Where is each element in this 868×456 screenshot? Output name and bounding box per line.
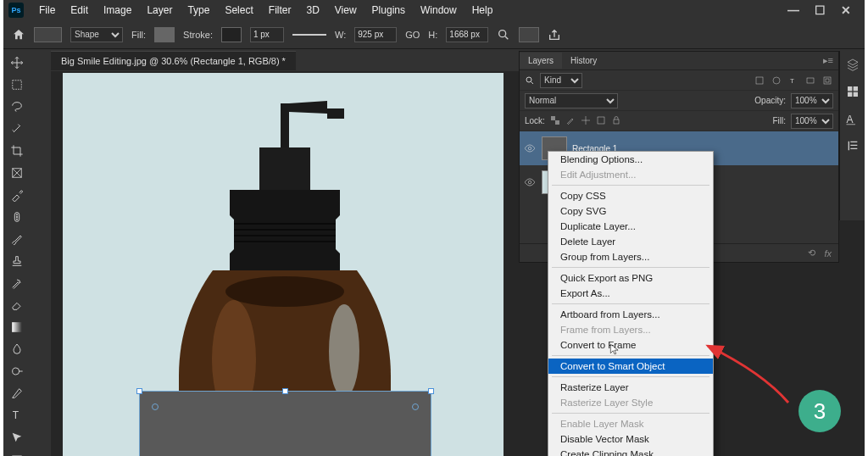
workspace-switch[interactable] xyxy=(519,27,539,42)
fill-select[interactable]: 100% xyxy=(791,114,833,129)
svg-line-30 xyxy=(531,81,534,84)
heal-tool[interactable] xyxy=(7,207,27,227)
ctx-disable-vector-mask[interactable]: Disable Vector Mask xyxy=(548,431,713,447)
canvas[interactable] xyxy=(63,73,504,456)
filter-smart-icon[interactable] xyxy=(821,75,833,86)
menu-image[interactable]: Image xyxy=(97,2,138,19)
path-tool[interactable] xyxy=(7,427,27,448)
menu-3d[interactable]: 3D xyxy=(299,2,326,19)
lasso-tool[interactable] xyxy=(7,97,27,117)
fx-icon[interactable]: fx xyxy=(824,248,832,259)
minimize-button[interactable]: — xyxy=(787,3,799,17)
ctx-delete-layer[interactable]: Delete Layer xyxy=(548,234,713,249)
visibility-icon[interactable] xyxy=(523,175,537,189)
paragraph-collapsed-icon[interactable] xyxy=(844,137,861,154)
ctx-convert-to-frame[interactable]: Convert to Frame xyxy=(548,337,713,353)
brush-tool[interactable] xyxy=(7,229,27,249)
transform-handle[interactable] xyxy=(282,388,288,394)
menu-window[interactable]: Window xyxy=(414,2,464,19)
ctx-create-clipping-mask[interactable]: Create Clipping Mask xyxy=(548,447,713,456)
ctx-export-as[interactable]: Export As... xyxy=(548,286,713,301)
ctx-convert-to-smart-object[interactable]: Convert to Smart Object xyxy=(548,359,713,374)
filter-adjust-icon[interactable] xyxy=(771,75,782,86)
tab-layers[interactable]: Layers xyxy=(520,53,562,69)
swatches-collapsed-icon[interactable] xyxy=(844,83,861,100)
search-icon[interactable] xyxy=(525,75,535,86)
svg-rect-21 xyxy=(259,147,310,190)
collapsed-panels: A xyxy=(839,51,865,220)
filter-shape-icon[interactable] xyxy=(804,75,816,86)
ctx-artboard-from-layers[interactable]: Artboard from Layers... xyxy=(548,307,713,322)
opacity-select[interactable]: 100% xyxy=(791,93,833,108)
dodge-tool[interactable] xyxy=(7,361,27,381)
search-icon[interactable] xyxy=(497,28,510,42)
tab-history[interactable]: History xyxy=(562,53,605,69)
visibility-icon[interactable] xyxy=(523,142,537,155)
ctx-copy-css[interactable]: Copy CSS xyxy=(548,188,713,203)
ctx-copy-svg[interactable]: Copy SVG xyxy=(548,203,713,219)
options-bar: Shape Fill: Stroke: W: GO H: xyxy=(3,20,865,49)
blend-mode-select[interactable]: Normal xyxy=(525,93,618,108)
menu-view[interactable]: View xyxy=(328,2,364,19)
transform-handle[interactable] xyxy=(136,388,142,394)
filter-type-icon[interactable]: T xyxy=(787,75,799,86)
share-icon[interactable] xyxy=(548,28,561,42)
blur-tool[interactable] xyxy=(7,339,27,359)
anchor-point[interactable] xyxy=(412,403,419,410)
menu-filter[interactable]: Filter xyxy=(262,2,298,19)
anchor-point[interactable] xyxy=(152,403,159,410)
menu-file[interactable]: File xyxy=(32,2,62,19)
ctx-quick-export-as-png[interactable]: Quick Export as PNG xyxy=(548,270,713,286)
lock-brush-icon[interactable] xyxy=(565,115,576,127)
close-button[interactable]: ✕ xyxy=(841,3,851,17)
marquee-tool[interactable] xyxy=(7,75,27,95)
crop-tool[interactable] xyxy=(7,141,27,161)
menu-select[interactable]: Select xyxy=(218,2,259,19)
filter-pixel-icon[interactable] xyxy=(754,75,765,86)
transform-handle[interactable] xyxy=(428,388,434,394)
layers-collapsed-icon[interactable] xyxy=(844,56,861,73)
stroke-width-input[interactable] xyxy=(250,27,284,42)
stamp-tool[interactable] xyxy=(7,251,27,271)
h-label: H: xyxy=(428,30,437,40)
ctx-blending-options[interactable]: Blending Options... xyxy=(548,152,713,167)
width-input[interactable] xyxy=(354,27,397,42)
lock-all-icon[interactable] xyxy=(611,115,621,127)
gradient-tool[interactable] xyxy=(7,317,27,337)
type-tool[interactable]: T xyxy=(7,405,27,425)
panel-menu-icon[interactable]: ▸≡ xyxy=(823,55,833,66)
lock-artboard-icon[interactable] xyxy=(596,115,606,127)
ctx-group-from-layers[interactable]: Group from Layers... xyxy=(548,249,713,264)
rectangle-shape[interactable] xyxy=(139,391,431,456)
lock-move-icon[interactable] xyxy=(581,115,591,127)
height-input[interactable] xyxy=(446,27,488,42)
lock-transparency-icon[interactable] xyxy=(550,115,560,127)
history-brush-tool[interactable] xyxy=(7,273,27,293)
move-tool[interactable] xyxy=(7,53,27,73)
menu-plugins[interactable]: Plugins xyxy=(365,2,412,19)
filter-kind-select[interactable]: Kind xyxy=(540,73,582,88)
rectangle-tool[interactable] xyxy=(7,449,27,456)
eyedropper-tool[interactable] xyxy=(7,185,27,205)
menu-layer[interactable]: Layer xyxy=(140,2,179,19)
wand-tool[interactable] xyxy=(7,119,27,139)
maximize-button[interactable]: ☐ xyxy=(815,3,826,17)
type-collapsed-icon[interactable]: A xyxy=(844,110,861,127)
shape-mode-select[interactable]: Shape xyxy=(70,27,123,42)
document-tab[interactable]: Big Smile Editing.jpg @ 30.6% (Rectangle… xyxy=(51,51,296,70)
menu-help[interactable]: Help xyxy=(465,2,500,19)
menu-edit[interactable]: Edit xyxy=(64,2,95,19)
home-icon[interactable] xyxy=(12,28,25,42)
eraser-tool[interactable] xyxy=(7,295,27,315)
link-wh[interactable]: GO xyxy=(405,30,420,40)
stroke-swatch[interactable] xyxy=(221,27,242,42)
stroke-style[interactable] xyxy=(292,34,326,36)
link-layers-icon[interactable]: ⟲ xyxy=(808,247,815,259)
frame-tool[interactable] xyxy=(7,163,27,183)
pen-tool[interactable] xyxy=(7,383,27,403)
ctx-duplicate-layer[interactable]: Duplicate Layer... xyxy=(548,219,713,234)
fill-swatch[interactable] xyxy=(154,27,175,42)
ctx-rasterize-layer[interactable]: Rasterize Layer xyxy=(548,380,713,395)
tool-preset[interactable] xyxy=(34,27,62,42)
menu-type[interactable]: Type xyxy=(181,2,216,19)
